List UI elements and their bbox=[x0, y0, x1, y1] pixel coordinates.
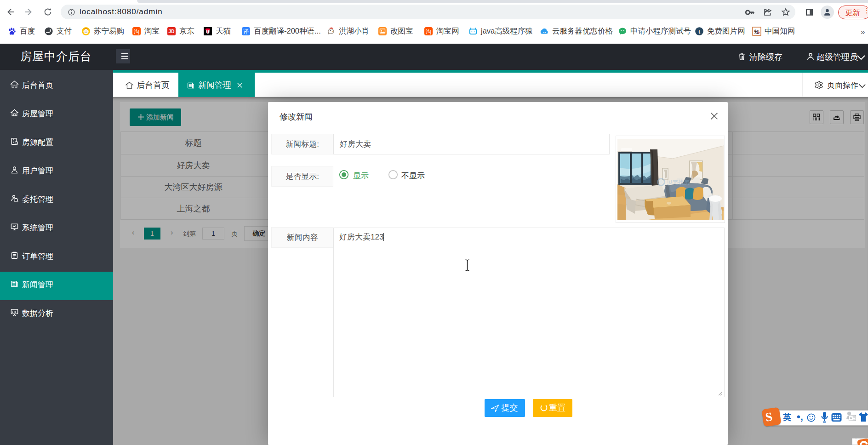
svg-text:JD: JD bbox=[169, 29, 175, 34]
svg-text:译: 译 bbox=[243, 29, 249, 35]
svg-text:淘: 淘 bbox=[134, 29, 139, 35]
svg-text:贝壳找房: 贝壳找房 bbox=[667, 179, 690, 186]
svg-text:淘: 淘 bbox=[426, 29, 431, 35]
svg-text:知: 知 bbox=[754, 29, 760, 35]
